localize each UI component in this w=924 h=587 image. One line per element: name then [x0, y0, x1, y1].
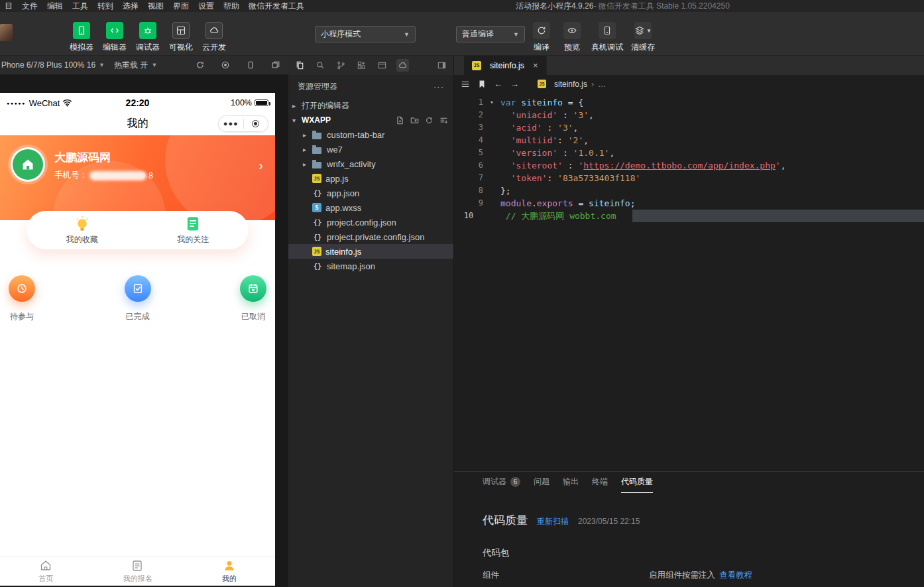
cancelled-item[interactable]: 已取消 [238, 275, 268, 322]
file-row-custom-tab-bar[interactable]: ▸custom-tab-bar [288, 127, 453, 142]
avatar[interactable] [11, 147, 45, 182]
git-branch-icon[interactable] [335, 59, 347, 72]
code-line-2[interactable]: 2 'uniacid' : '3', [454, 109, 924, 121]
menu-item-界面[interactable]: 界面 [168, 1, 194, 12]
new-folder-icon[interactable] [410, 116, 419, 125]
compile-mode-dropdown[interactable]: 普通编译 ▼ [456, 26, 525, 42]
panel-tab-输出[interactable]: 输出 [563, 472, 579, 493]
code-line-4[interactable]: 4 'multiid': '2', [454, 134, 924, 147]
close-icon[interactable]: × [533, 60, 538, 70]
menu-item-视图[interactable]: 视图 [143, 1, 168, 12]
more-dots-icon[interactable]: ●●● [219, 120, 243, 127]
rescan-link[interactable]: 重新扫描 [537, 516, 569, 527]
compile-button[interactable]: 编译 [530, 22, 553, 53]
device-debug-button[interactable]: 真机调试 [591, 22, 623, 53]
blurred-phone-number [89, 171, 146, 180]
new-file-icon[interactable] [396, 116, 404, 125]
bookmark-icon[interactable] [478, 80, 486, 89]
panel-tab-问题[interactable]: 问题 [534, 472, 549, 493]
code-line-7[interactable]: 7 'token': '83a5733403f118' [454, 172, 924, 184]
debugger-button[interactable]: 调试器 [133, 22, 163, 53]
file-row-project.config.json[interactable]: {}project.config.json [288, 215, 453, 229]
code-line-3[interactable]: 3 'acid' : '3', [454, 121, 924, 134]
forward-arrow-icon[interactable]: → [510, 79, 519, 89]
search-icon[interactable] [314, 59, 327, 72]
simulator-panel: Phone 6/7/8 Plus 100% 16 ▼ 热重载 开 ▼ ●●●●●… [0, 56, 288, 587]
file-row-wnfx_activity[interactable]: ▸wnfx_activity [288, 157, 453, 171]
preview-label: 预览 [564, 42, 580, 53]
code-line-9[interactable]: 9module.exports = siteinfo; [454, 197, 924, 210]
multi-window-icon[interactable] [271, 60, 280, 70]
panel-tab-调试器[interactable]: 调试器6 [483, 472, 520, 493]
open-editors-section[interactable]: ▸ 打开的编辑器 [288, 98, 453, 113]
hot-reload-toggle[interactable]: 热重载 开 [114, 60, 148, 71]
minimize-target-icon[interactable] [244, 120, 268, 127]
chevron-right-icon[interactable]: › [259, 158, 263, 173]
files-icon[interactable] [294, 59, 306, 72]
follows-link[interactable]: 我的关注 [138, 211, 249, 249]
completed-item[interactable]: 已完成 [123, 275, 153, 322]
code-text: module.exports = siteinfo; [500, 197, 636, 210]
tab-mine[interactable]: 我的 [184, 556, 275, 586]
device-selector[interactable]: Phone 6/7/8 Plus 100% 16 [1, 60, 95, 70]
cloud-dev-button[interactable]: 云开发 [199, 22, 229, 53]
file-row-we7[interactable]: ▸we7 [288, 142, 453, 157]
panel-tab-代码质量[interactable]: 代码质量 [621, 472, 653, 493]
favorites-link[interactable]: 我的收藏 [27, 211, 138, 249]
more-actions-icon[interactable]: ··· [433, 82, 444, 92]
outline-list-icon[interactable] [461, 80, 470, 89]
breadcrumb[interactable]: JS siteinfo.js › … [538, 80, 606, 89]
menu-item-文件[interactable]: 文件 [17, 1, 42, 12]
menu-item-微信开发者工具[interactable]: 微信开发者工具 [244, 1, 309, 12]
menu-item-转到[interactable]: 转到 [93, 1, 118, 12]
extensions-icon[interactable] [355, 59, 368, 72]
record-icon[interactable] [221, 60, 230, 70]
file-row-app.json[interactable]: {}app.json [288, 186, 453, 200]
file-row-app.js[interactable]: JSapp.js [288, 171, 453, 186]
window-preview-icon[interactable] [376, 59, 388, 72]
back-arrow-icon[interactable]: ← [494, 79, 502, 89]
code-line-10[interactable]: 10 // 大鹏源码网 wobbt.com [454, 210, 924, 222]
editor-button[interactable]: 编辑器 [99, 22, 130, 53]
tab-my-registrations[interactable]: 我的报名 [91, 556, 183, 586]
fold-chevron-icon[interactable]: ▾ [483, 96, 500, 109]
code-line-6[interactable]: 6 'siteroot' : 'https://demo.ttbobo.com/… [454, 159, 924, 172]
phone-rotate-icon[interactable] [246, 60, 255, 70]
code-line-8[interactable]: 8}; [454, 184, 924, 197]
panel-tabs: 调试器6问题输出终端代码质量 [454, 472, 924, 493]
file-row-project.private.config.json[interactable]: {}project.private.config.json [288, 229, 453, 244]
tutorial-link[interactable]: 查看教程 [719, 570, 752, 580]
refresh-icon[interactable] [196, 60, 205, 70]
code-area[interactable]: 1▾var siteinfo = {2 'uniacid' : '3',3 'a… [454, 93, 924, 471]
code-line-5[interactable]: 5 'version' : '1.0.1', [454, 147, 924, 159]
pending-item[interactable]: 待参与 [7, 275, 37, 322]
file-row-sitemap.json[interactable]: {}sitemap.json [288, 259, 453, 273]
file-row-siteinfo.js[interactable]: JSsiteinfo.js [288, 244, 453, 259]
project-root-section[interactable]: ▾ WXAPP [288, 113, 453, 127]
tab-home[interactable]: 首页 [0, 556, 91, 586]
menu-item-设置[interactable]: 设置 [194, 1, 219, 12]
cloud-icon[interactable] [396, 59, 409, 72]
scan-timestamp: 2023/05/15 22:15 [578, 517, 640, 526]
tab-siteinfo-js[interactable]: JS siteinfo.js × [464, 56, 547, 75]
panel-tab-终端[interactable]: 终端 [592, 472, 608, 493]
clear-cache-button[interactable]: ▼ 清缓存 [631, 22, 655, 53]
preview-button[interactable]: 预览 [561, 22, 583, 53]
menu-item-选择[interactable]: 选择 [118, 1, 143, 12]
file-row-app.wxss[interactable]: Sapp.wxss [288, 200, 453, 215]
code-line-1[interactable]: 1▾var siteinfo = { [454, 96, 924, 109]
file-name: app.js [325, 174, 349, 184]
refresh-icon[interactable] [425, 116, 433, 125]
mode-dropdown[interactable]: 小程序模式 ▼ [315, 26, 416, 42]
collapse-all-icon[interactable] [439, 116, 448, 125]
menu-item-工具[interactable]: 工具 [68, 1, 93, 12]
profile-card[interactable]: 大鹏源码网 手机号： 8 › [0, 135, 275, 220]
simulator-button[interactable]: 模拟器 [66, 22, 97, 53]
visualization-button[interactable]: 可视化 [166, 22, 196, 53]
toggle-sidebar-icon[interactable] [435, 59, 448, 72]
menu-item-目[interactable]: 目 [0, 1, 17, 12]
menu-item-帮助[interactable]: 帮助 [219, 1, 244, 12]
user-avatar[interactable] [0, 24, 13, 41]
menu-item-编辑[interactable]: 编辑 [42, 1, 68, 12]
preview-eye-icon [563, 22, 581, 39]
